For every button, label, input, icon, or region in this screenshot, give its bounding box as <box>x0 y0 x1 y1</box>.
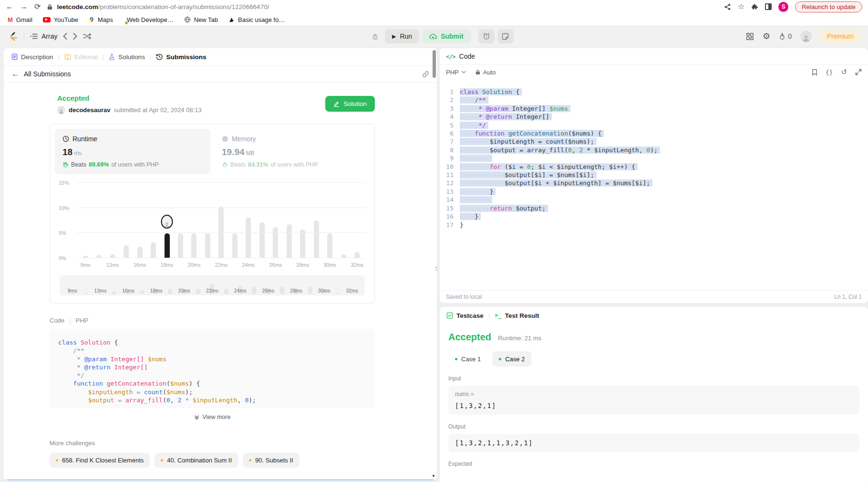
layout-switcher-icon[interactable] <box>746 32 754 41</box>
memory-stat[interactable]: Memory 19.94MB Beats 84.31% of users wit… <box>214 129 370 174</box>
submit-button[interactable]: Submit <box>422 29 470 43</box>
line-number: 3 <box>445 105 460 113</box>
tab-testcase[interactable]: Testcase <box>446 312 484 319</box>
view-more-button[interactable]: View more <box>50 408 375 424</box>
submission-status: Accepted <box>57 94 202 102</box>
notes-button[interactable] <box>497 29 514 43</box>
bookmark-item[interactable]: Basic usage fo… <box>228 16 285 23</box>
tab-solutions[interactable]: Solutions <box>109 53 145 61</box>
solution-label: Solution <box>343 100 367 107</box>
next-question-icon[interactable] <box>73 33 77 40</box>
scrollbar-thumb[interactable] <box>433 50 436 78</box>
terminal-icon: >_ <box>495 312 501 319</box>
scrollbar-down-arrow[interactable]: ▼ <box>432 474 435 478</box>
editor-line: 10········for ($i = 0; $i < $inputLength… <box>445 163 868 171</box>
divider: | <box>103 53 104 61</box>
challenge-chip[interactable]: 658. Find K Closest Elements <box>50 453 150 468</box>
copy-link-icon[interactable] <box>422 71 429 78</box>
extensions-icon[interactable] <box>751 3 758 10</box>
bookmark-item[interactable]: MGmail <box>8 16 32 23</box>
format-code-icon[interactable]: {} <box>826 69 833 76</box>
problem-list-button[interactable]: Array <box>30 32 57 40</box>
case-status-dot <box>455 358 457 360</box>
bookmark-icon[interactable] <box>812 69 817 76</box>
random-question-icon[interactable] <box>83 33 91 40</box>
bookmark-label: Basic usage fo… <box>238 16 285 23</box>
bookmark-item[interactable]: YouTube <box>43 16 78 23</box>
chart-bar-slot <box>160 233 174 258</box>
runtime-stat[interactable]: Runtime 18ms Beats 89.69% of users with … <box>55 129 210 174</box>
editor-line: 3·····* @param Integer[] $nums <box>445 105 868 113</box>
bookmark-item[interactable]: New Tab <box>184 16 218 23</box>
beats-suffix: of users with PHP <box>111 161 158 168</box>
timer-button[interactable] <box>478 29 495 43</box>
challenge-chip[interactable]: 40. Combination Sum II <box>155 453 238 468</box>
whitespace-dots: ········ <box>460 188 490 195</box>
y-axis-tick-label: 0% <box>59 255 66 261</box>
chart-bar <box>232 233 238 258</box>
post-solution-button[interactable]: Solution <box>325 96 375 112</box>
mini-x-label <box>191 288 205 293</box>
bookmark-item[interactable]: Maps <box>89 16 113 23</box>
whitespace-dots: ····· <box>460 105 478 112</box>
bookmark-star-icon[interactable]: ☆ <box>738 3 744 10</box>
tab-editorial[interactable]: Editorial <box>64 53 98 61</box>
browser-forward-icon[interactable]: → <box>20 3 28 10</box>
chart-overview-brush[interactable]: 9ms13ms16ms18ms20ms22ms24ms26ms28ms30ms3… <box>60 275 365 295</box>
browser-profile-avatar[interactable]: S <box>778 2 788 12</box>
tab-submissions[interactable]: Submissions <box>156 53 206 61</box>
streak-counter[interactable]: 0 <box>779 32 792 41</box>
x-axis-tick-label <box>146 262 160 268</box>
leetcode-logo[interactable] <box>8 31 18 42</box>
side-panel-icon[interactable] <box>765 3 772 10</box>
code-tab-label[interactable]: Code <box>459 52 475 60</box>
all-submissions-link[interactable]: All Submissions <box>24 70 71 78</box>
solutions-icon <box>109 53 115 60</box>
challenge-chip[interactable]: 90. Subsets II <box>243 453 300 468</box>
case-tab[interactable]: Case 2 <box>492 351 531 367</box>
address-bar[interactable]: leetcode.com/problems/concatenation-of-a… <box>47 3 717 10</box>
debug-icon[interactable] <box>371 32 379 41</box>
test-result-label: Test Result <box>505 312 539 319</box>
auto-format-toggle[interactable]: Auto <box>483 69 496 76</box>
chart-bar <box>110 254 115 258</box>
language-select[interactable]: PHP <box>446 69 459 76</box>
tab-test-result[interactable]: >_ Test Result <box>495 312 539 319</box>
prev-question-icon[interactable] <box>63 33 67 40</box>
runtime-distribution-chart: 0%5%10%15% 9ms13ms16ms18ms20ms22ms24ms26… <box>59 183 366 295</box>
run-button[interactable]: ▶ Run <box>385 29 419 43</box>
chart-bar-slot <box>323 233 336 258</box>
browser-back-icon[interactable]: ← <box>6 3 13 10</box>
globe-icon <box>184 16 191 23</box>
premium-button[interactable]: Premium <box>820 29 860 43</box>
reset-code-icon[interactable]: ↺ <box>841 68 847 76</box>
relaunch-button[interactable]: Relaunch to update <box>795 1 862 12</box>
editor-line: 5·····*/ <box>445 121 868 129</box>
divider: | <box>488 312 490 319</box>
beats-hand-icon <box>62 162 69 168</box>
line-number: 14 <box>445 196 460 204</box>
settings-gear-icon[interactable]: ⚙ <box>763 32 770 41</box>
expand-icon[interactable] <box>855 69 862 75</box>
cloud-upload-icon <box>429 33 437 40</box>
panel-resize-handle[interactable]: •• <box>435 266 437 271</box>
back-arrow-icon[interactable]: ← <box>11 70 19 78</box>
author-name[interactable]: decodesaurav <box>69 106 110 114</box>
line-number: 13 <box>445 188 460 196</box>
x-axis-tick-label: 28ms <box>296 262 310 268</box>
code-editor[interactable]: 1class Solution {2····/**3·····* @param … <box>440 79 868 290</box>
user-avatar[interactable] <box>800 31 812 42</box>
challenge-label: 40. Combination Sum II <box>167 457 232 464</box>
case-label: Case 2 <box>505 356 525 363</box>
memory-chip-icon <box>222 136 228 142</box>
bookmark-item[interactable]: Web Develope… <box>124 16 174 23</box>
share-icon[interactable] <box>724 3 731 10</box>
browser-reload-icon[interactable]: ⟳ <box>34 3 41 10</box>
whitespace-dots: ········ <box>460 147 490 154</box>
code-tab-icon: </> <box>446 53 455 60</box>
mini-x-label: 26ms <box>261 288 275 293</box>
chart-bar <box>205 233 210 258</box>
input-box[interactable]: nums = [1,3,2,1] <box>448 386 859 415</box>
case-tab[interactable]: Case 1 <box>448 351 487 367</box>
tab-description[interactable]: Description <box>11 53 53 61</box>
